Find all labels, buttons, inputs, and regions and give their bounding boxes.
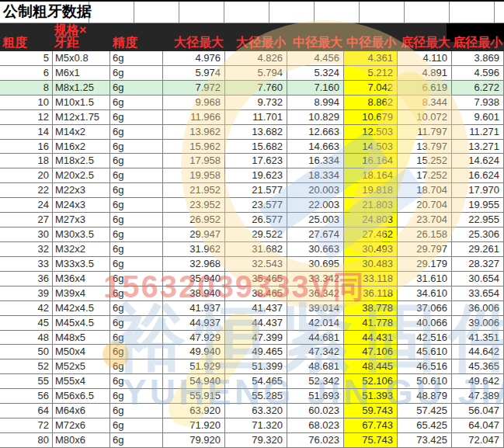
empty-cell[interactable] <box>134 2 179 23</box>
table-cell[interactable]: 51.399 <box>225 359 287 374</box>
table-cell[interactable]: 54.940 <box>163 374 225 389</box>
col-header-minor-max[interactable]: 底径最大 <box>398 23 452 51</box>
table-cell[interactable]: 6g <box>110 301 163 316</box>
table-cell[interactable]: 6g <box>110 345 163 359</box>
table-cell[interactable]: 13.962 <box>163 125 225 140</box>
table-cell[interactable]: 42.516 <box>398 331 452 346</box>
table-cell[interactable]: 44.937 <box>163 316 225 331</box>
table-cell[interactable]: M24x3 <box>53 198 110 213</box>
table-cell[interactable]: 7.042 <box>344 81 398 96</box>
table-cell[interactable]: 31.610 <box>398 272 452 287</box>
table-cell[interactable]: 29.179 <box>398 257 452 272</box>
table-cell[interactable]: 41.437 <box>225 301 287 316</box>
table-cell[interactable]: M30x3.5 <box>53 227 110 242</box>
table-cell[interactable]: M18x2.5 <box>53 154 110 168</box>
table-cell[interactable]: 7.160 <box>287 81 344 96</box>
table-cell[interactable]: 31.962 <box>163 242 225 257</box>
table-cell[interactable]: 57.425 <box>398 404 452 418</box>
table-cell[interactable]: 21.577 <box>225 183 287 198</box>
table-cell[interactable]: 48.879 <box>398 389 452 404</box>
table-cell[interactable]: 9.601 <box>452 110 504 125</box>
table-cell[interactable]: 20.704 <box>398 198 452 213</box>
table-cell[interactable]: 17.970 <box>452 183 504 198</box>
table-cell[interactable]: 12.503 <box>344 125 398 140</box>
table-cell[interactable]: 23.577 <box>225 198 287 213</box>
table-cell[interactable]: 29.797 <box>398 242 452 257</box>
table-cell[interactable]: 11.701 <box>225 110 287 125</box>
table-cell[interactable]: 23.952 <box>163 198 225 213</box>
table-cell[interactable]: 20 <box>0 168 53 183</box>
table-cell[interactable]: 37.066 <box>398 301 452 316</box>
table-cell[interactable]: 4.976 <box>163 51 225 66</box>
table-cell[interactable]: 4.826 <box>225 51 287 66</box>
table-cell[interactable]: 6g <box>110 374 163 389</box>
table-cell[interactable]: 40.066 <box>398 316 452 331</box>
table-cell[interactable]: 79.320 <box>225 433 287 448</box>
table-cell[interactable]: 8.994 <box>287 96 344 110</box>
table-cell[interactable]: 22.955 <box>452 213 504 227</box>
table-cell[interactable]: M22x3 <box>53 183 110 198</box>
table-cell[interactable]: 5.974 <box>163 66 225 81</box>
table-cell[interactable]: 5.794 <box>225 66 287 81</box>
table-cell[interactable]: 47.106 <box>344 345 398 359</box>
col-header-spec-pitch[interactable]: 规格× 牙距 <box>53 23 110 51</box>
table-cell[interactable]: 7.760 <box>225 81 287 96</box>
table-cell[interactable]: 47.399 <box>225 331 287 346</box>
table-cell[interactable]: M20x2.5 <box>53 168 110 183</box>
table-cell[interactable]: 72.047 <box>452 433 504 448</box>
table-cell[interactable]: 32 <box>0 242 53 257</box>
table-cell[interactable]: 63.920 <box>163 404 225 418</box>
table-cell[interactable]: 11.797 <box>398 125 452 140</box>
table-cell[interactable]: 36 <box>0 272 53 287</box>
table-cell[interactable]: 22 <box>0 183 53 198</box>
table-cell[interactable]: 30.483 <box>344 257 398 272</box>
table-cell[interactable]: 15.682 <box>225 140 287 155</box>
table-cell[interactable]: 30 <box>0 227 53 242</box>
table-cell[interactable]: 6.272 <box>452 81 504 96</box>
table-cell[interactable]: 44.431 <box>344 331 398 346</box>
table-cell[interactable]: 14 <box>0 125 53 140</box>
table-cell[interactable]: 45.610 <box>398 345 452 359</box>
table-cell[interactable]: 17.958 <box>163 154 225 168</box>
table-cell[interactable]: 52.342 <box>287 374 344 389</box>
table-cell[interactable]: 42 <box>0 301 53 316</box>
table-cell[interactable]: 6g <box>110 287 163 301</box>
table-cell[interactable]: 6g <box>110 168 163 183</box>
table-cell[interactable]: 52 <box>0 359 53 374</box>
table-cell[interactable]: 21.803 <box>344 198 398 213</box>
table-cell[interactable]: 30.695 <box>287 257 344 272</box>
table-cell[interactable]: 5.324 <box>287 66 344 81</box>
table-cell[interactable]: 30.493 <box>344 242 398 257</box>
table-cell[interactable]: M56x6.5 <box>53 389 110 404</box>
table-cell[interactable]: 47.389 <box>452 389 504 404</box>
table-cell[interactable]: 4.596 <box>452 66 504 81</box>
table-cell[interactable]: 18.704 <box>398 183 452 198</box>
table-cell[interactable]: 7.972 <box>163 81 225 96</box>
table-cell[interactable]: 71.320 <box>225 418 287 433</box>
table-cell[interactable]: 41.778 <box>344 316 398 331</box>
empty-cell[interactable] <box>450 2 495 23</box>
table-cell[interactable]: 26.158 <box>398 227 452 242</box>
table-cell[interactable]: 6.619 <box>398 81 452 96</box>
table-cell[interactable]: 31.682 <box>225 242 287 257</box>
table-cell[interactable]: 32.968 <box>163 257 225 272</box>
table-cell[interactable]: 52.106 <box>344 374 398 389</box>
col-header-precision[interactable]: 精度 <box>110 23 163 51</box>
table-cell[interactable]: M55x4 <box>53 374 110 389</box>
table-cell[interactable]: M50x4 <box>53 345 110 359</box>
table-cell[interactable]: 72 <box>0 418 53 433</box>
table-cell[interactable]: M6x1 <box>53 66 110 81</box>
table-cell[interactable]: 48.445 <box>344 359 398 374</box>
table-cell[interactable]: 32.543 <box>225 257 287 272</box>
table-cell[interactable]: 19.623 <box>225 168 287 183</box>
table-cell[interactable]: 25.003 <box>287 213 344 227</box>
table-cell[interactable]: 10 <box>0 96 53 110</box>
table-cell[interactable]: 44.642 <box>452 345 504 359</box>
col-header-pitch-min[interactable]: 中径最小 <box>344 23 398 51</box>
table-cell[interactable]: 13.682 <box>225 125 287 140</box>
table-cell[interactable]: 54.465 <box>225 374 287 389</box>
table-cell[interactable]: M5x0.8 <box>53 51 110 66</box>
empty-cell[interactable] <box>315 2 360 23</box>
table-cell[interactable]: 36.342 <box>287 287 344 301</box>
table-cell[interactable]: 55 <box>0 374 53 389</box>
